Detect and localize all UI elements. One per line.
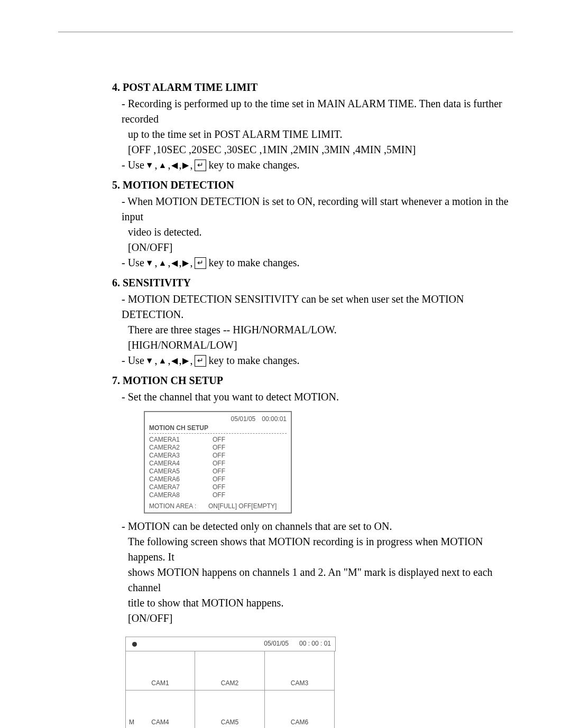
s7-para2: The following screen shows that MOTION r… bbox=[128, 534, 513, 565]
s5-line1: - When MOTION DETECTION is set to ON, re… bbox=[122, 194, 513, 225]
grid-cell: MCAM4 bbox=[125, 690, 195, 728]
grid-cell: CAM1 bbox=[125, 651, 195, 690]
panel-row-name: CAMERA4 bbox=[149, 460, 213, 468]
down-icon: ▼ bbox=[145, 354, 154, 367]
panel-row-name: CAMERA8 bbox=[149, 491, 213, 499]
s6-opts: [HIGH/NORMAL/LOW] bbox=[128, 338, 513, 353]
motion-ch-panel: 05/01/05 00:00:01 MOTION CH SETUP CAMERA… bbox=[144, 411, 292, 514]
s7-para1: - MOTION can be detected only on channel… bbox=[122, 519, 513, 534]
up-icon: ▲ bbox=[159, 354, 167, 367]
up-icon: ▲ bbox=[159, 159, 167, 171]
left-icon: ◀ bbox=[171, 354, 178, 367]
grid-cell: CAM2 bbox=[195, 651, 265, 690]
s6-line1: - MOTION DETECTION SENSITIVITY can be se… bbox=[122, 292, 513, 322]
grid-date: 05/01/05 bbox=[264, 639, 289, 648]
s7-opts2: [ON/OFF] bbox=[128, 611, 513, 626]
enter-icon: ↵ bbox=[195, 160, 206, 171]
left-icon: ◀ bbox=[171, 159, 178, 171]
s5-opts: [ON/OFF] bbox=[128, 240, 513, 255]
s4-use: - Use ▼, ▲, ◀, ▶, ↵ key to make changes. bbox=[122, 157, 513, 173]
grid-cell-label: CAM5 bbox=[195, 718, 264, 727]
panel-row-val: OFF bbox=[213, 452, 225, 460]
panel-row-val: OFF bbox=[213, 475, 225, 483]
grid-cell-label: CAM4 bbox=[126, 718, 195, 727]
right-icon: ▶ bbox=[182, 159, 189, 171]
panel-row: CAMERA3OFF bbox=[149, 452, 287, 460]
panel-row: CAMERA4OFF bbox=[149, 460, 287, 468]
use-prefix: - Use bbox=[122, 157, 144, 173]
s6-line2: There are three stages -- HIGH/NORMAL/LO… bbox=[128, 322, 513, 338]
heading-4: 4. POST ALARM TIME LIMIT bbox=[112, 80, 513, 95]
record-dot-icon bbox=[132, 642, 137, 647]
heading-5: 5. MOTION DETECTION bbox=[112, 178, 513, 193]
use-suffix: key to make changes. bbox=[208, 353, 299, 368]
panel-footer-val: ON[FULL] OFF[EMPTY] bbox=[208, 502, 277, 510]
motion-mark: M bbox=[129, 718, 134, 727]
camera-grid: 05/01/05 00 : 00 : 01 CAM1 CAM2 CAM3 MCA… bbox=[125, 637, 336, 728]
grid-cell-label: CAM2 bbox=[195, 679, 264, 688]
panel-row-val: OFF bbox=[213, 436, 225, 444]
heading-7: 7. MOTION CH SETUP bbox=[112, 373, 513, 388]
grid-cell-label: CAM1 bbox=[126, 679, 195, 688]
panel-row: CAMERA1OFF bbox=[149, 436, 287, 444]
panel-row-name: CAMERA2 bbox=[149, 444, 213, 452]
grid-header: 05/01/05 00 : 00 : 01 bbox=[125, 637, 336, 651]
up-icon: ▲ bbox=[159, 257, 167, 269]
panel-row: CAMERA2OFF bbox=[149, 444, 287, 452]
panel-footer-label: MOTION AREA : bbox=[149, 502, 208, 510]
panel-row-val: OFF bbox=[213, 444, 225, 452]
down-icon: ▼ bbox=[145, 257, 154, 269]
down-icon: ▼ bbox=[145, 159, 154, 171]
panel-row-name: CAMERA6 bbox=[149, 475, 213, 483]
grid-cell: CAM6 bbox=[265, 690, 335, 728]
s5-line2: video is detected. bbox=[128, 225, 513, 240]
panel-divider bbox=[149, 433, 287, 434]
heading-6: 6. SENSITIVITY bbox=[112, 275, 513, 291]
panel-footer: MOTION AREA : ON[FULL] OFF[EMPTY] bbox=[149, 502, 287, 510]
grid-row: CAM1 CAM2 CAM3 bbox=[125, 651, 336, 690]
use-prefix: - Use bbox=[122, 255, 144, 270]
panel-header: 05/01/05 00:00:01 bbox=[149, 415, 287, 423]
panel-date: 05/01/05 bbox=[231, 415, 256, 423]
panel-row-name: CAMERA5 bbox=[149, 468, 213, 475]
s6-use: - Use ▼, ▲, ◀, ▶, ↵ key to make changes. bbox=[122, 353, 513, 368]
enter-icon: ↵ bbox=[195, 257, 206, 269]
s7-line1: - Set the channel that you want to detec… bbox=[122, 389, 513, 405]
page: 4. POST ALARM TIME LIMIT - Recording is … bbox=[0, 0, 571, 728]
top-divider bbox=[58, 32, 513, 32]
enter-icon: ↵ bbox=[195, 355, 206, 367]
use-prefix: - Use bbox=[122, 353, 144, 368]
panel-row-val: OFF bbox=[213, 468, 225, 475]
s4-opts: [OFF ,10SEC ,20SEC ,30SEC ,1MIN ,2MIN ,3… bbox=[128, 142, 513, 157]
panel-time: 00:00:01 bbox=[262, 415, 287, 423]
panel-row-val: OFF bbox=[213, 460, 225, 468]
panel-row-name: CAMERA1 bbox=[149, 436, 213, 444]
panel-row-name: CAMERA7 bbox=[149, 483, 213, 491]
panel-row-name: CAMERA3 bbox=[149, 452, 213, 460]
s7-para4: title to show that MOTION happens. bbox=[128, 595, 513, 611]
content: 4. POST ALARM TIME LIMIT - Recording is … bbox=[112, 80, 513, 728]
left-icon: ◀ bbox=[171, 257, 178, 269]
s7-para3: shows MOTION happens on channels 1 and 2… bbox=[128, 565, 513, 595]
panel-title: MOTION CH SETUP bbox=[149, 424, 287, 432]
s5-use: - Use ▼, ▲, ◀, ▶, ↵ key to make changes. bbox=[122, 255, 513, 270]
s4-line2: up to the time set in POST ALARM TIME LI… bbox=[128, 127, 513, 142]
right-icon: ▶ bbox=[182, 354, 189, 367]
panel-row: CAMERA5OFF bbox=[149, 468, 287, 475]
s4-line1: - Recording is performed up to the time … bbox=[122, 96, 513, 127]
use-suffix: key to make changes. bbox=[208, 157, 299, 173]
panel-row: CAMERA6OFF bbox=[149, 475, 287, 483]
right-icon: ▶ bbox=[182, 257, 189, 269]
panel-row-val: OFF bbox=[213, 483, 225, 491]
panel-row-val: OFF bbox=[213, 491, 225, 499]
panel-row: CAMERA7OFF bbox=[149, 483, 287, 491]
grid-cell: CAM5 bbox=[195, 690, 265, 728]
use-suffix: key to make changes. bbox=[208, 255, 299, 270]
grid-cell-label: CAM3 bbox=[265, 679, 334, 688]
panel-row: CAMERA8OFF bbox=[149, 491, 287, 499]
grid-time: 00 : 00 : 01 bbox=[299, 639, 331, 648]
grid-row: MCAM4 CAM5 CAM6 bbox=[125, 690, 336, 728]
grid-cell: CAM3 bbox=[265, 651, 335, 690]
grid-cell-label: CAM6 bbox=[265, 718, 334, 727]
